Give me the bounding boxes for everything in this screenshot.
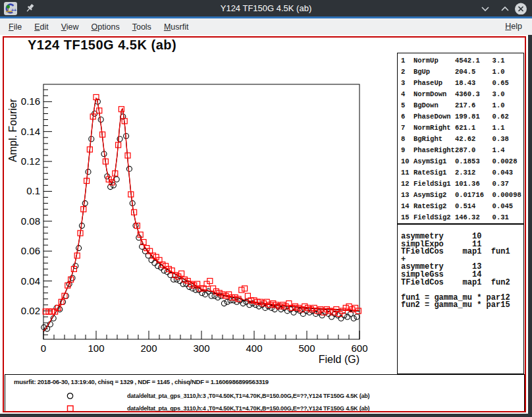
x-tick-label: 200 — [140, 343, 157, 354]
y-tick-label: 0.04 — [21, 275, 40, 287]
x-tick-label: 0 — [41, 343, 46, 354]
param-row: 14 RateSig2 0.514 0.045 — [401, 201, 523, 212]
fit-stats-line: musrfit: 2018-06-30, 13:19:40, chisq = 1… — [14, 378, 269, 385]
param-row: 13 AsymSig2 0.01716 0.00098 — [401, 190, 523, 201]
param-row: 15 FieldSig2 146.32 0.31 — [401, 212, 523, 223]
parameter-box[interactable]: 1 NormUp 4542.1 3.12 BgUp 204.5 1.03 Pha… — [397, 53, 524, 224]
param-row: 9 PhaseRight287.0 1.4 — [401, 145, 523, 156]
theory-line: fun2 = gamma_mu * par15 — [401, 302, 523, 310]
circle-marker-icon — [66, 392, 74, 401]
param-row: 1 NormUp 4542.1 3.1 — [401, 55, 523, 67]
x-tick-label: 500 — [298, 343, 315, 354]
x-axis: 0100200300400500600 — [41, 331, 368, 354]
data-points-h4 — [43, 95, 361, 317]
x-axis-title: Field (G) — [319, 354, 359, 365]
y-tick-label: 0.06 — [21, 245, 40, 256]
y-tick-label: 0.16 — [21, 96, 40, 107]
param-row: 7 NormRight 621.1 1.1 — [401, 123, 523, 134]
x-tick-label: 600 — [351, 343, 367, 354]
y-axis: 0.020.040.060.080.10.120.140.16 — [21, 90, 52, 335]
param-row: 3 PhaseUp 18.43 0.65 — [401, 78, 523, 89]
x-tick-label: 100 — [88, 343, 104, 354]
param-row: 11 RateSig1 2.312 0.043 — [401, 167, 523, 179]
y-axis-title: Ampl. Fourier — [7, 98, 18, 162]
legend-entry-h4: data/deltat_pta_gps_3110,h:4 ,T0=4.50K,T… — [127, 405, 369, 412]
x-tick-label: 300 — [193, 343, 209, 354]
theory-line: TFieldCos map1 fun2 — [401, 279, 523, 287]
plot-frame — [43, 84, 359, 339]
param-row: 6 PhaseDown 199.81 0.62 — [401, 111, 523, 123]
y-tick-label: 0.1 — [26, 185, 40, 196]
fit-curve-black — [43, 99, 359, 332]
param-row: 8 BgRight 42.62 0.38 — [401, 134, 523, 145]
theory-box[interactable]: asymmetry 10simplExpo 11TFieldCos map1 f… — [397, 224, 524, 374]
x-tick-label: 400 — [246, 343, 262, 354]
fit-curve-red — [43, 98, 359, 331]
square-marker-icon — [66, 404, 74, 413]
param-row: 12 FieldSig1 101.36 0.37 — [401, 179, 523, 190]
legend-box[interactable]: musrfit: 2018-06-30, 13:19:40, chisq = 1… — [5, 374, 525, 412]
y-tick-label: 0.02 — [21, 305, 40, 316]
param-row: 10 AsymSig1 0.1853 0.0028 — [401, 156, 523, 167]
y-tick-label: 0.08 — [21, 215, 40, 227]
param-row: 4 NormDown 4360.3 3.0 — [401, 89, 523, 100]
param-row: 2 BgUp 204.5 1.0 — [401, 67, 523, 78]
theory-line: TFieldCos map1 fun1 — [401, 248, 523, 256]
y-tick-label: 0.14 — [21, 126, 40, 137]
param-row: 5 BgDown 217.6 1.0 — [401, 100, 523, 111]
data-points-h3 — [41, 99, 359, 331]
legend-entry-h3: data/deltat_pta_gps_3110,h:3 ,T0=4.50K,T… — [127, 393, 369, 399]
y-tick-label: 0.12 — [21, 155, 40, 167]
